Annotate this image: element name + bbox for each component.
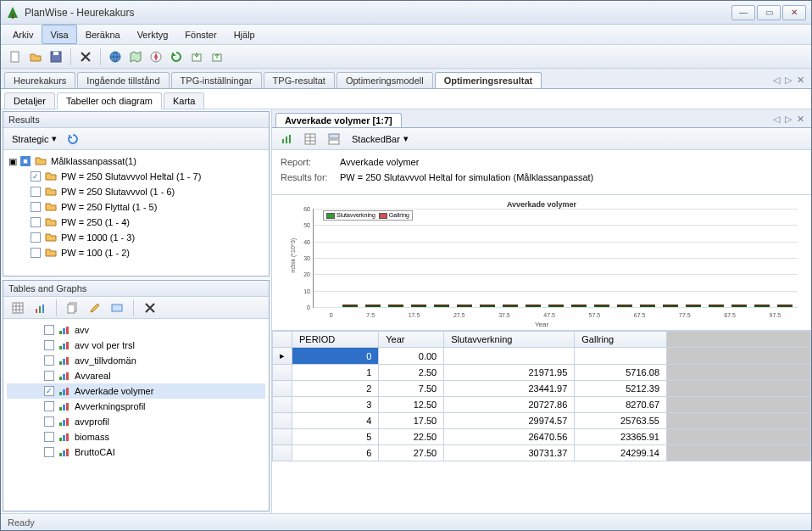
table-row[interactable]: 522.5026470.5623365.91 bbox=[273, 429, 811, 445]
edit-icon[interactable] bbox=[86, 299, 104, 317]
checkbox[interactable] bbox=[44, 447, 54, 457]
compass-icon[interactable] bbox=[147, 48, 165, 66]
refresh-icon[interactable] bbox=[64, 130, 82, 148]
table-row[interactable]: 627.5030731.3724299.14 bbox=[273, 445, 811, 461]
menu-visa[interactable]: Visa bbox=[42, 25, 76, 44]
close-button[interactable]: ✕ bbox=[782, 5, 806, 20]
checkbox[interactable] bbox=[44, 325, 54, 335]
results-mode-dropdown[interactable]: Strategic ▾ bbox=[8, 132, 60, 145]
maintab-4[interactable]: Optimeringsmodell bbox=[336, 72, 433, 88]
collapse-icon[interactable]: ▣ bbox=[8, 156, 17, 167]
checkbox[interactable] bbox=[44, 371, 54, 381]
checkbox[interactable] bbox=[31, 232, 41, 243]
checkbox[interactable] bbox=[31, 202, 41, 212]
col-header[interactable]: Year bbox=[379, 332, 444, 348]
checkbox[interactable] bbox=[44, 432, 54, 442]
delete-icon[interactable] bbox=[141, 299, 159, 317]
next-tab-icon[interactable]: ▷ bbox=[785, 75, 792, 86]
close-tab-icon[interactable]: ✕ bbox=[797, 75, 804, 86]
tables-item[interactable]: avv bbox=[7, 322, 265, 338]
checkbox[interactable] bbox=[44, 416, 54, 427]
results-item[interactable]: PW = 1000 (1 - 3) bbox=[7, 230, 265, 245]
results-tree[interactable]: ▣ ■ Målklassanpassat(1) ✓PW = 250 Slutav… bbox=[3, 150, 269, 276]
svg-rect-37 bbox=[59, 438, 62, 441]
globe-icon[interactable] bbox=[106, 48, 125, 66]
tables-item[interactable]: BruttoCAI bbox=[7, 444, 265, 460]
results-item[interactable]: PW = 100 (1 - 2) bbox=[7, 245, 265, 260]
maintab-5[interactable]: Optimeringsresultat bbox=[435, 72, 542, 88]
svg-rect-39 bbox=[66, 433, 69, 441]
maintab-0[interactable]: Heurekakurs bbox=[4, 72, 75, 88]
checkbox[interactable] bbox=[31, 217, 41, 227]
export-icon[interactable] bbox=[187, 48, 206, 66]
tables-item[interactable]: Avverkningsprofil bbox=[7, 399, 265, 414]
item-label: avv vol per trsl bbox=[75, 340, 135, 350]
checkbox[interactable]: ■ bbox=[20, 156, 31, 166]
next-tab-icon[interactable]: ▷ bbox=[785, 114, 792, 125]
checkbox[interactable]: ✓ bbox=[44, 386, 54, 396]
results-item[interactable]: PW = 250 Slutavvvol (1 - 6) bbox=[7, 184, 265, 199]
table-row[interactable]: 27.5023441.975212.39 bbox=[273, 381, 811, 397]
menu-fönster[interactable]: Fönster bbox=[176, 25, 225, 44]
menu-arkiv[interactable]: Arkiv bbox=[4, 25, 42, 44]
table-icon[interactable] bbox=[8, 299, 27, 317]
checkbox[interactable] bbox=[31, 248, 41, 258]
col-header[interactable]: Gallring bbox=[575, 332, 667, 348]
checkbox[interactable] bbox=[44, 355, 54, 366]
chart-tab[interactable]: Avverkade volymer [1:7] bbox=[275, 113, 402, 127]
col-header[interactable]: PERIOD bbox=[292, 332, 379, 348]
split-view-icon[interactable] bbox=[325, 130, 343, 148]
tables-item[interactable]: avv vol per trsl bbox=[7, 338, 265, 353]
open-icon[interactable] bbox=[26, 48, 45, 66]
maintab-1[interactable]: Ingående tillstånd bbox=[77, 72, 169, 88]
item-label: avv_tillvdomän bbox=[75, 355, 136, 366]
chart-view-icon[interactable] bbox=[277, 130, 296, 148]
checkbox[interactable] bbox=[44, 401, 54, 411]
close-tab-icon[interactable]: ✕ bbox=[797, 114, 804, 125]
subtab-2[interactable]: Karta bbox=[164, 92, 204, 109]
map-icon[interactable] bbox=[126, 48, 145, 66]
tables-item[interactable]: biomass bbox=[7, 429, 265, 444]
grid-icon[interactable] bbox=[108, 299, 126, 317]
new-icon[interactable] bbox=[6, 48, 25, 66]
chart-type-dropdown[interactable]: StackedBar ▾ bbox=[348, 132, 412, 145]
maintab-2[interactable]: TPG-inställningar bbox=[171, 72, 262, 88]
tables-item[interactable]: Avvareal bbox=[7, 368, 265, 383]
menu-beräkna[interactable]: Beräkna bbox=[77, 25, 129, 44]
data-grid[interactable]: PERIODYearSlutavverkningGallring▸00.0012… bbox=[272, 331, 811, 513]
checkbox[interactable] bbox=[44, 340, 54, 350]
results-item[interactable]: ✓PW = 250 Slutavvvol Heltal (1 - 7) bbox=[7, 169, 265, 184]
delete-icon[interactable] bbox=[76, 48, 95, 66]
chart-icon[interactable] bbox=[31, 299, 49, 317]
results-item[interactable]: PW = 250 (1 - 4) bbox=[7, 215, 265, 230]
table-row[interactable]: ▸00.00 bbox=[273, 348, 811, 365]
tables-item[interactable]: avvprofil bbox=[7, 414, 265, 429]
subtab-0[interactable]: Detaljer bbox=[4, 92, 55, 109]
minimize-button[interactable]: — bbox=[731, 5, 755, 20]
prev-tab-icon[interactable]: ◁ bbox=[773, 75, 780, 86]
table-row[interactable]: 12.5021971.955716.08 bbox=[273, 365, 811, 381]
results-item[interactable]: PW = 250 Flyttal (1 - 5) bbox=[7, 199, 265, 215]
prev-tab-icon[interactable]: ◁ bbox=[773, 114, 780, 125]
copy-icon[interactable] bbox=[64, 299, 82, 317]
maximize-button[interactable]: ▭ bbox=[757, 5, 781, 20]
tables-item[interactable]: ✓Avverkade volymer bbox=[7, 383, 265, 399]
import-icon[interactable] bbox=[208, 48, 226, 66]
col-header[interactable]: Slutavverkning bbox=[444, 332, 575, 348]
table-row[interactable]: 417.5029974.5725763.55 bbox=[273, 413, 811, 429]
table-row[interactable]: 312.5020727.868270.67 bbox=[273, 397, 811, 413]
menu-verktyg[interactable]: Verktyg bbox=[129, 25, 177, 44]
svg-rect-14 bbox=[68, 305, 75, 313]
tables-item[interactable]: avv_tillvdomän bbox=[7, 353, 265, 368]
checkbox[interactable]: ✓ bbox=[31, 171, 41, 182]
save-icon[interactable] bbox=[47, 48, 65, 66]
subtab-1[interactable]: Tabeller och diagram bbox=[57, 92, 162, 109]
checkbox[interactable] bbox=[31, 187, 41, 197]
maintab-3[interactable]: TPG-resultat bbox=[264, 72, 335, 88]
menu-hjälp[interactable]: Hjälp bbox=[225, 25, 264, 44]
tables-tree[interactable]: avvavv vol per trslavv_tillvdomänAvvarea… bbox=[3, 319, 269, 511]
svg-rect-45 bbox=[289, 135, 291, 143]
tree-root[interactable]: ▣ ■ Målklassanpassat(1) bbox=[7, 154, 265, 169]
table-view-icon[interactable] bbox=[301, 130, 320, 148]
refresh-icon[interactable] bbox=[167, 48, 186, 66]
